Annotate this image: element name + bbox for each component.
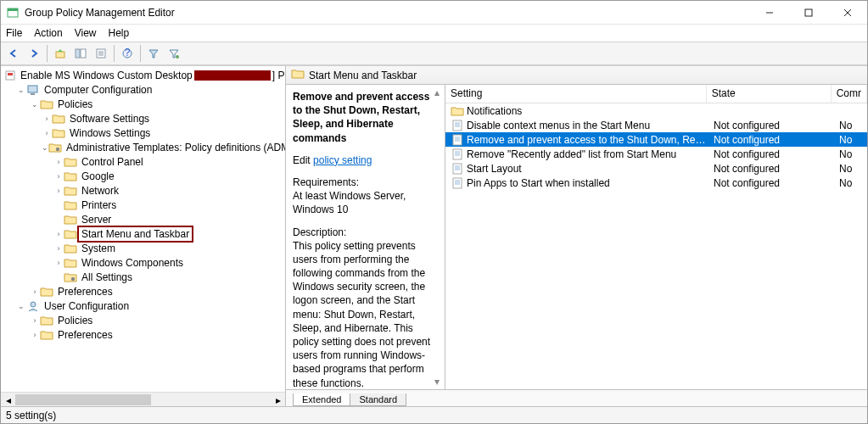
setting-state: Not configured [708,120,834,131]
scroll-right-icon[interactable]: ▸ [271,393,285,406]
expander-icon[interactable]: › [53,158,64,166]
expander-icon[interactable]: › [53,230,64,238]
folder-icon [52,112,65,126]
list-item[interactable]: Pin Apps to Start when installedNot conf… [445,176,867,190]
svg-rect-17 [8,73,13,75]
description-pane: Remove and prevent access to the Shut Do… [286,85,445,389]
column-state[interactable]: State [707,85,832,103]
show-hide-tree-button[interactable] [71,44,90,63]
forward-button[interactable] [25,44,43,63]
tree-item-label: Administrative Templates: Policy definit… [64,142,286,153]
expander-icon[interactable]: › [30,287,40,296]
menu-help[interactable]: Help [109,27,130,39]
svg-point-21 [71,276,75,280]
list-item[interactable]: Notifications [445,103,867,118]
tree-item[interactable]: ›Preferences [1,327,285,342]
tree-horizontal-scrollbar[interactable]: ◂ ▸ [1,392,285,406]
tree-item-label: Windows Components [80,257,185,269]
list-item[interactable]: Start LayoutNot configuredNo [445,161,867,176]
tree-item-label: Google [80,170,116,182]
statusbar: 5 setting(s) [1,406,867,423]
tree-item[interactable]: ›Windows Settings [1,126,285,140]
svg-rect-8 [81,49,86,58]
expander-icon[interactable]: › [53,244,64,253]
list-header: Setting State Comr [445,85,867,103]
folder-icon [64,198,77,212]
tree-item[interactable]: ⌄Computer Configuration [1,82,285,97]
expander-icon[interactable]: › [53,187,64,195]
tree-item[interactable]: ›Control Panel [1,154,285,169]
scroll-thumb[interactable] [15,394,151,405]
scroll-up-icon[interactable]: ▴ [431,86,443,98]
policy-icon [451,148,464,161]
tree-item-label: Windows Settings [68,127,152,139]
close-button[interactable] [828,1,867,24]
properties-button[interactable] [92,44,110,63]
tab-standard[interactable]: Standard [350,393,406,406]
tree-item[interactable]: ›Google [1,169,285,183]
expander-icon[interactable]: › [30,331,40,339]
policy-icon [451,162,464,176]
expander-icon[interactable]: › [42,129,52,137]
back-button[interactable] [4,44,23,63]
tree-item[interactable]: ⌄User Configuration [1,298,285,313]
minimize-button[interactable] [750,1,789,24]
menu-view[interactable]: View [75,27,97,39]
setting-name: Disable context menus in the Start Menu [467,120,708,131]
tree-item-label: Control Panel [80,156,145,168]
description-text: This policy setting prevents users from … [293,240,430,389]
redacted-block [194,70,271,81]
tree-item[interactable]: ›Start Menu and Taskbar [1,226,285,241]
edit-policy-link[interactable]: policy setting [313,154,372,166]
folder-icon [40,98,53,111]
filter-button[interactable] [144,44,163,63]
detail-header-title: Start Menu and Taskbar [309,70,417,81]
main-content: Enable MS Windows Custom Desktop] Policy… [1,65,867,406]
scroll-down-icon[interactable]: ▾ [431,376,443,388]
tree-item[interactable]: Printers [1,198,285,212]
folder-icon [64,213,77,226]
tree-item[interactable]: ›Network [1,183,285,198]
column-comment[interactable]: Comr [832,85,867,103]
scroll-left-icon[interactable]: ◂ [1,393,15,406]
tree-item[interactable]: ›System [1,241,285,255]
tree-item[interactable]: Server [1,212,285,226]
expander-icon[interactable]: ⌄ [42,143,48,152]
tree-item[interactable]: ⌄Policies [1,97,285,111]
help-button[interactable]: ? [118,44,137,63]
tabs: Extended Standard [286,389,867,406]
tab-extended[interactable]: Extended [293,393,350,406]
menu-action[interactable]: Action [34,27,62,39]
detail-header: Start Menu and Taskbar [286,66,867,85]
maximize-button[interactable] [789,1,828,24]
tree-item[interactable]: ⌄Administrative Templates: Policy defini… [1,140,285,154]
titlebar: Group Policy Management Editor [1,1,867,25]
list-item[interactable]: Disable context menus in the Start MenuN… [445,118,867,132]
folder-icon [64,256,77,270]
tree-item[interactable]: All Settings [1,270,285,284]
expander-icon[interactable]: ⌄ [16,86,26,94]
list-item[interactable]: Remove and prevent access to the Shut Do… [445,132,867,147]
filter-options-button[interactable] [165,44,183,63]
tree-item[interactable]: ›Policies [1,313,285,327]
tree-item-label: Start Menu and Taskbar [80,228,191,240]
expander-icon[interactable]: ⌄ [30,100,40,109]
column-setting[interactable]: Setting [445,85,707,103]
tree-pane[interactable]: Enable MS Windows Custom Desktop] Policy… [1,66,286,406]
expander-icon[interactable]: › [53,259,64,267]
expander-icon[interactable]: › [53,172,64,181]
list-rows[interactable]: NotificationsDisable context menus in th… [445,103,867,389]
expander-icon[interactable]: › [30,316,40,325]
setting-name: Notifications [467,105,708,117]
expander-icon[interactable]: ⌄ [16,302,26,310]
right-pane: Start Menu and Taskbar Remove and preven… [286,66,867,406]
policy-icon [451,133,464,147]
up-button[interactable] [51,44,70,63]
expander-icon[interactable]: › [42,114,52,123]
tree-root[interactable]: Enable MS Windows Custom Desktop] Policy [1,68,285,82]
tree-item[interactable]: ›Software Settings [1,111,285,126]
tree-item[interactable]: ›Preferences [1,284,285,298]
menu-file[interactable]: File [6,27,22,39]
tree-item[interactable]: ›Windows Components [1,255,285,270]
list-item[interactable]: Remove "Recently added" list from Start … [445,147,867,161]
